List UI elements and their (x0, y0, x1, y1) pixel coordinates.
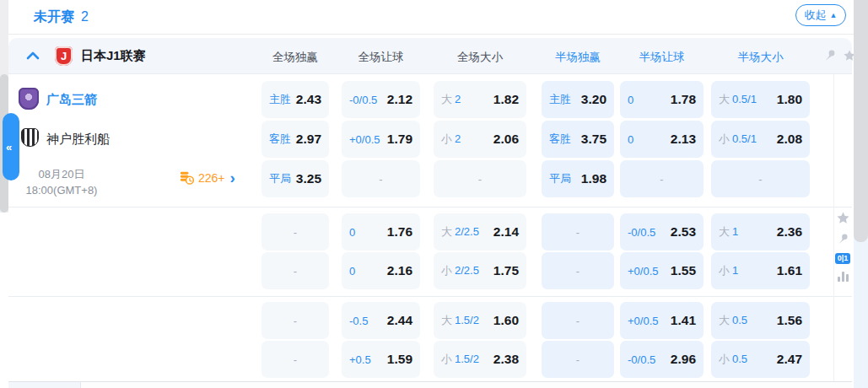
section-divider (8, 296, 852, 297)
column-header-2: 全场让球 (359, 50, 404, 65)
odds-cell[interactable]: 大0.5/11.80 (711, 81, 810, 118)
odds-cell[interactable]: 平局3.25 (261, 160, 329, 197)
odds-cell[interactable]: 客胜2.97 (261, 121, 329, 158)
odds-cell[interactable]: 小0.52.47 (711, 341, 810, 378)
odds-cell[interactable]: +0/0.51.41 (620, 302, 704, 339)
match-date: 08月20日 (24, 167, 100, 183)
right-scrollbar-thumb[interactable] (854, 0, 868, 242)
away-team-name: 神户胜利船 (46, 132, 110, 148)
column-header-1: 全场独赢 (272, 50, 318, 65)
sidebar-collapse-tab[interactable]: « (3, 113, 19, 181)
odds-cell[interactable]: 小11.61 (711, 252, 810, 289)
odds-cell[interactable]: 主胜3.20 (542, 81, 614, 118)
markets-count: 226+ (198, 171, 225, 185)
markets-coin-clock-icon (179, 170, 195, 186)
odds-cell[interactable]: 大1.5/21.60 (434, 302, 526, 339)
odds-cell-empty: - (620, 160, 704, 197)
odds-cell[interactable]: 01.76 (342, 213, 420, 251)
home-team-name[interactable]: 广岛三箭 (46, 92, 97, 108)
odds-cell-empty: - (542, 252, 614, 289)
next-section-edge (8, 382, 852, 388)
odds-cell-empty: - (261, 213, 329, 251)
score-badge[interactable]: 0|1 (835, 253, 851, 264)
home-team-logo (19, 88, 39, 110)
odds-cell[interactable]: +0.51.59 (342, 341, 420, 378)
odds-cell-empty: - (342, 160, 420, 197)
odds-cell[interactable]: 小2/2.51.75 (434, 252, 526, 289)
more-markets-link[interactable]: 226+ › (179, 170, 235, 186)
odds-cell[interactable]: +0/0.51.79 (342, 121, 420, 158)
odds-cell[interactable]: 大21.82 (434, 81, 526, 118)
odds-cell[interactable]: -0/0.52.96 (620, 341, 704, 378)
odds-board: « 未开赛2 收起 ▲ J 日本J1联赛 全场独赢全场让球全场大小半场独赢半场让… (0, 0, 868, 388)
match-time: 18:00(GMT+8) (24, 183, 100, 199)
collapse-button[interactable]: 收起 ▲ (795, 4, 846, 26)
odds-cell[interactable]: 大2/2.52.14 (434, 213, 526, 251)
league-logo: J (55, 46, 73, 66)
odds-cell-empty: - (261, 341, 329, 378)
status-count: 2 (81, 9, 89, 24)
odds-cell-empty: - (542, 302, 614, 339)
section-divider (8, 207, 852, 207)
odds-cell[interactable]: 大12.36 (711, 213, 810, 251)
odds-cell-empty: - (261, 302, 329, 339)
odds-cell-empty: - (711, 160, 810, 197)
odds-cell-empty: - (542, 341, 614, 378)
odds-cell[interactable]: -0/0.52.53 (620, 213, 704, 251)
odds-cell-empty: - (434, 160, 526, 197)
favorite-star-icon[interactable] (836, 211, 850, 225)
triangle-up-icon: ▲ (830, 12, 838, 19)
odds-cell[interactable]: 小0.5/12.08 (711, 121, 810, 158)
odds-cell[interactable]: 主胜2.43 (261, 81, 329, 118)
chevron-up-icon[interactable] (25, 49, 40, 62)
pin-icon[interactable] (823, 49, 837, 62)
odds-cell[interactable]: 客胜3.75 (542, 121, 614, 158)
league-title: 日本J1联赛 (81, 48, 146, 64)
double-chevron-left-icon: « (6, 141, 12, 154)
odds-cell[interactable]: -0.52.44 (342, 302, 420, 339)
column-header-5: 半场让球 (639, 50, 685, 65)
odds-cell[interactable]: -0/0.52.12 (342, 81, 420, 118)
away-team-logo (21, 128, 39, 147)
match-datetime: 08月20日 18:00(GMT+8) (24, 167, 100, 199)
column-header-4: 半场独赢 (555, 50, 601, 65)
league-header: J 日本J1联赛 全场独赢全场让球全场大小半场独赢半场让球半场大小 (8, 38, 852, 74)
column-header-6: 半场大小 (738, 50, 784, 65)
odds-cell[interactable]: 02.13 (620, 121, 704, 158)
column-header-3: 全场大小 (457, 50, 503, 65)
odds-cell[interactable]: 01.78 (620, 81, 704, 118)
odds-cell[interactable]: 02.16 (342, 252, 420, 289)
match-tools-rail: 0|1 (833, 211, 852, 282)
odds-cell[interactable]: 大0.51.56 (711, 302, 810, 339)
odds-cell[interactable]: 小22.06 (434, 121, 526, 158)
odds-cell[interactable]: +0/0.51.55 (620, 252, 704, 289)
odds-cell[interactable]: 平局1.98 (542, 160, 614, 197)
chevron-right-icon: › (230, 172, 235, 184)
pin-match-icon[interactable] (837, 233, 849, 245)
topbar: 未开赛2 收起 ▲ (8, 0, 854, 35)
odds-cell-empty: - (542, 213, 614, 251)
stats-bars-icon[interactable] (838, 272, 849, 282)
collapse-label: 收起 (805, 8, 827, 23)
status-label: 未开赛 (34, 9, 74, 24)
odds-cell[interactable]: 小1.5/22.38 (434, 341, 526, 378)
match-status: 未开赛2 (34, 8, 89, 26)
odds-cell-empty: - (261, 252, 329, 289)
